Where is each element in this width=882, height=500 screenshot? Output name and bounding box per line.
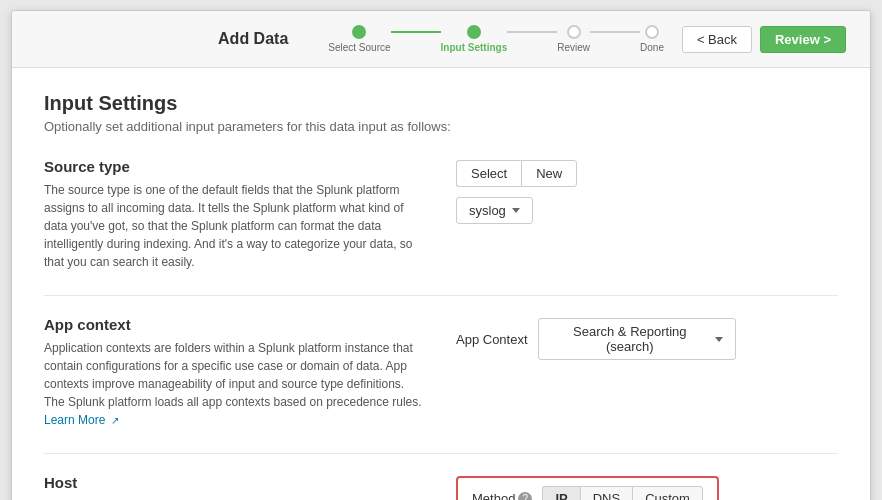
method-ip-button[interactable]: IP [542,486,579,500]
input-settings-subtitle: Optionally set additional input paramete… [44,119,838,134]
review-button[interactable]: Review > [760,26,846,53]
app-context-value: Search & Reporting (search) [551,324,709,354]
syslog-dropdown-button[interactable]: syslog [456,197,533,224]
select-source-type-button[interactable]: Select [456,160,521,187]
step-label-3: Review [557,42,590,53]
step-circle-3 [567,25,581,39]
method-label: Method ? [472,491,532,500]
page-title: Add Data [218,30,288,48]
divider-1 [44,295,838,296]
step-circle-4 [645,25,659,39]
source-type-heading: Source type [44,158,424,175]
input-settings-title: Input Settings [44,92,838,115]
app-context-learn-more-link[interactable]: Learn More [44,413,105,427]
method-dns-button[interactable]: DNS [580,486,632,500]
wizard-steps: Select Source Input Settings Review Done [328,25,664,53]
source-type-section: Source type The source type is one of th… [44,158,838,271]
wizard-step-input-settings: Input Settings [441,25,508,53]
source-type-right: Select New syslog [456,158,736,271]
host-right: Method ? IP DNS Custom [456,474,736,500]
host-section: Host When the Splunk platform indexes da… [44,474,838,500]
source-type-buttons: Select New [456,160,577,187]
connector-2 [507,31,557,33]
app-context-section: App context Application contexts are fol… [44,316,838,429]
content-area: Input Settings Optionally set additional… [12,68,870,500]
step-label-4: Done [640,42,664,53]
step-circle-2 [467,25,481,39]
divider-2 [44,453,838,454]
wizard-step-review: Review [557,25,590,53]
source-type-left: Source type The source type is one of th… [44,158,424,271]
new-source-type-button[interactable]: New [521,160,577,187]
app-context-row: App Context Search & Reporting (search) [456,318,736,360]
method-help-icon[interactable]: ? [518,492,532,501]
app-context-caret [715,337,723,342]
step-label-1: Select Source [328,42,390,53]
header: Add Data Select Source Input Settings Re… [12,11,870,68]
step-label-2: Input Settings [441,42,508,53]
connector-3 [590,31,640,33]
wizard-step-select-source: Select Source [328,25,390,53]
main-window: Add Data Select Source Input Settings Re… [11,10,871,500]
app-context-label: App Context [456,332,528,347]
external-link-icon-1: ↗ [111,415,119,426]
source-type-description: The source type is one of the default fi… [44,181,424,271]
syslog-value: syslog [469,203,506,218]
wizard-step-done: Done [640,25,664,53]
connector-1 [391,31,441,33]
source-type-dropdown[interactable]: syslog [456,197,533,224]
step-circle-1 [352,25,366,39]
app-context-right: App Context Search & Reporting (search) [456,316,736,429]
app-context-heading: App context [44,316,424,333]
host-heading: Host [44,474,424,491]
app-context-description: Application contexts are folders within … [44,339,424,429]
method-custom-button[interactable]: Custom [632,486,703,500]
dropdown-caret [512,208,520,213]
method-buttons: IP DNS Custom [542,486,703,500]
app-context-dropdown-button[interactable]: Search & Reporting (search) [538,318,736,360]
back-button[interactable]: < Back [682,26,752,53]
header-buttons: < Back Review > [682,26,846,53]
host-left: Host When the Splunk platform indexes da… [44,474,424,500]
host-method-box: Method ? IP DNS Custom [456,476,719,500]
app-context-left: App context Application contexts are fol… [44,316,424,429]
